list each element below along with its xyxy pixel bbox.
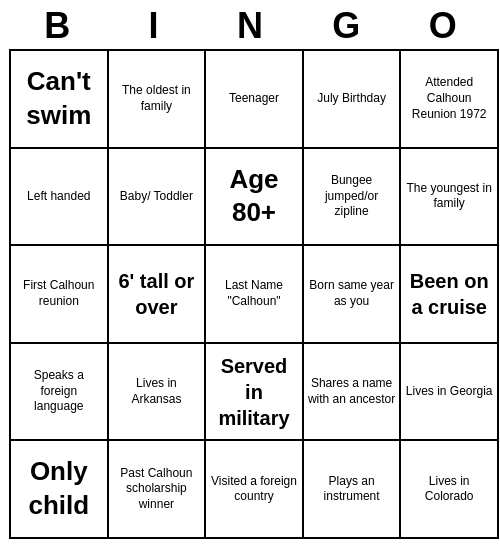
bingo-cell[interactable]: Attended Calhoun Reunion 1972	[401, 51, 499, 149]
letter-i: I	[109, 5, 199, 47]
bingo-cell[interactable]: July Birthday	[304, 51, 402, 149]
letter-g: G	[301, 5, 391, 47]
bingo-header: B I N G O	[9, 5, 491, 47]
bingo-cell[interactable]: Served in military	[206, 344, 304, 442]
bingo-cell[interactable]: Lives in Arkansas	[109, 344, 207, 442]
bingo-cell[interactable]: Can't swim	[11, 51, 109, 149]
bingo-cell[interactable]: The youngest in family	[401, 149, 499, 247]
bingo-cell[interactable]: Teenager	[206, 51, 304, 149]
bingo-cell[interactable]: The oldest in family	[109, 51, 207, 149]
bingo-cell[interactable]: Baby/ Toddler	[109, 149, 207, 247]
bingo-cell[interactable]: Only child	[11, 441, 109, 539]
letter-b: B	[12, 5, 102, 47]
bingo-cell[interactable]: Born same year as you	[304, 246, 402, 344]
bingo-card: B I N G O Can't swimThe oldest in family…	[5, 1, 495, 543]
bingo-cell[interactable]: Speaks a foreign language	[11, 344, 109, 442]
bingo-cell[interactable]: Plays an instrument	[304, 441, 402, 539]
bingo-cell[interactable]: Visited a foreign country	[206, 441, 304, 539]
bingo-cell[interactable]: Past Calhoun scholarship winner	[109, 441, 207, 539]
bingo-cell[interactable]: Been on a cruise	[401, 246, 499, 344]
bingo-grid: Can't swimThe oldest in familyTeenagerJu…	[9, 49, 499, 539]
bingo-cell[interactable]: Shares a name with an ancestor	[304, 344, 402, 442]
bingo-cell[interactable]: 6' tall or over	[109, 246, 207, 344]
letter-n: N	[205, 5, 295, 47]
bingo-cell[interactable]: Lives in Georgia	[401, 344, 499, 442]
bingo-cell[interactable]: Age 80+	[206, 149, 304, 247]
letter-o: O	[398, 5, 488, 47]
bingo-cell[interactable]: Bungee jumped/or zipline	[304, 149, 402, 247]
bingo-cell[interactable]: Left handed	[11, 149, 109, 247]
bingo-cell[interactable]: First Calhoun reunion	[11, 246, 109, 344]
bingo-cell[interactable]: Lives in Colorado	[401, 441, 499, 539]
bingo-cell[interactable]: Last Name "Calhoun"	[206, 246, 304, 344]
